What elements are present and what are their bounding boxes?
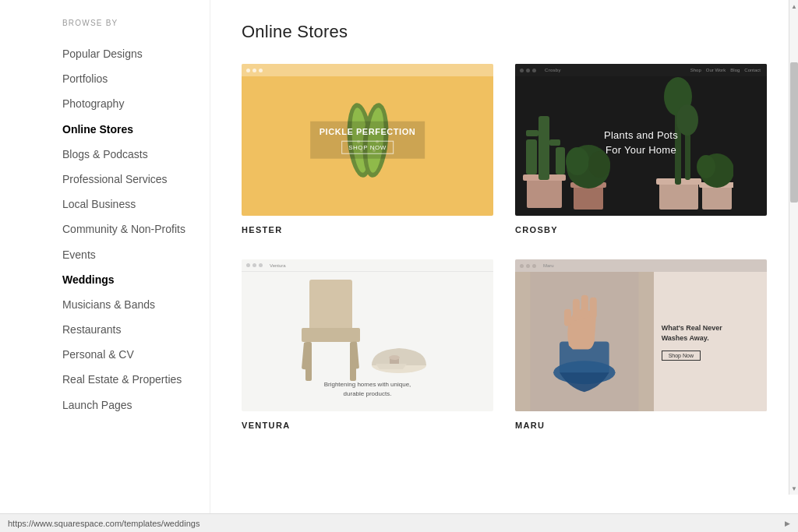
- sidebar: BROWSE BY Popular Designs Portfolios Pho…: [0, 0, 210, 513]
- page-title: Online Stores: [242, 22, 767, 42]
- sidebar-item-launch-pages[interactable]: Launch Pages: [62, 393, 210, 417]
- svg-rect-14: [526, 130, 538, 136]
- ventura-furniture-svg: [267, 272, 469, 385]
- browser-dot-1: [246, 263, 250, 267]
- browser-dot-3: [259, 263, 263, 267]
- svg-point-27: [676, 104, 698, 136]
- svg-rect-46: [590, 298, 597, 319]
- browser-dot-2: [526, 69, 530, 72]
- svg-rect-10: [527, 178, 562, 208]
- crosby-thumbnail[interactable]: Crosby Shop Our Work Blog Contact: [515, 64, 767, 216]
- status-url: https://www.squarespace.com/templates/we…: [8, 519, 200, 528]
- maru-thumbnail[interactable]: Maru: [515, 259, 767, 411]
- crosby-overlay-text: Plants and PotsFor Your Home: [604, 128, 678, 158]
- browser-dot-1: [520, 69, 524, 72]
- template-card-crosby[interactable]: Crosby Shop Our Work Blog Contact: [515, 64, 767, 234]
- browser-dot-2: [252, 69, 256, 72]
- ventura-thumbnail[interactable]: Ventura: [242, 259, 493, 411]
- sidebar-item-real-estate[interactable]: Real Estate & Properties: [62, 367, 210, 392]
- template-card-hester[interactable]: Pickle Perfection Shop Now HESTER: [242, 64, 493, 234]
- ventura-caption: Brightening homes with unique,durable pr…: [242, 380, 493, 399]
- maru-text-right: What's Real NeverWashes Away. Shop Now: [654, 272, 767, 411]
- maru-image-left: [515, 272, 654, 411]
- browser-dot-2: [252, 263, 256, 267]
- browser-dot-3: [532, 264, 536, 268]
- sidebar-item-musicians-bands[interactable]: Musicians & Bands: [62, 292, 210, 317]
- crosby-brand: Crosby: [545, 68, 561, 72]
- sidebar-item-portfolios[interactable]: Portfolios: [62, 66, 210, 91]
- template-card-maru[interactable]: Maru: [515, 259, 767, 430]
- maru-split-content: What's Real NeverWashes Away. Shop Now: [515, 272, 767, 411]
- svg-rect-15: [556, 147, 565, 174]
- browser-bar-maru: Maru: [515, 259, 767, 272]
- browser-dot-3: [532, 69, 536, 72]
- hester-thumbnail[interactable]: Pickle Perfection Shop Now: [242, 64, 493, 216]
- svg-point-20: [566, 147, 589, 175]
- svg-rect-45: [581, 295, 588, 319]
- crosby-nav: Shop Our Work Blog Contact: [690, 64, 767, 76]
- browse-by-label: BROWSE BY: [62, 19, 210, 27]
- main-content: Online Stores: [210, 0, 798, 513]
- svg-rect-13: [526, 139, 537, 174]
- sidebar-item-photography[interactable]: Photography: [62, 91, 210, 116]
- svg-rect-44: [573, 299, 580, 321]
- browser-dot-1: [246, 69, 250, 72]
- svg-rect-17: [574, 186, 603, 210]
- status-scroll-arrow[interactable]: ▶: [785, 520, 790, 527]
- sidebar-item-community-non-profits[interactable]: Community & Non-Profits: [62, 217, 210, 241]
- svg-rect-12: [538, 116, 549, 180]
- browser-bar: [242, 64, 493, 76]
- browser-dot-1: [520, 264, 524, 268]
- svg-rect-16: [549, 139, 560, 146]
- svg-point-31: [697, 155, 715, 178]
- maru-shop-btn: Shop Now: [662, 351, 701, 361]
- maru-tagline: What's Real NeverWashes Away.: [662, 323, 759, 344]
- status-bar: https://www.squarespace.com/templates/we…: [0, 513, 798, 532]
- template-card-ventura[interactable]: Ventura: [242, 259, 493, 430]
- hester-overlay-text: Pickle Perfection Shop Now: [310, 121, 425, 159]
- browser-bar-ventura: Ventura: [242, 259, 493, 272]
- ventura-name: VENTURA: [242, 421, 493, 430]
- scroll-arrow-up[interactable]: ▲: [789, 0, 798, 12]
- maru-name: MARU: [515, 421, 767, 430]
- browser-dot-3: [259, 69, 263, 72]
- maru-brand: Maru: [543, 263, 554, 268]
- svg-rect-33: [302, 328, 360, 342]
- browser-bar-crosby: Crosby Shop Our Work Blog Contact: [515, 64, 767, 76]
- sidebar-item-popular-designs[interactable]: Popular Designs: [62, 41, 210, 66]
- sidebar-item-events[interactable]: Events: [62, 242, 210, 267]
- svg-rect-22: [659, 182, 698, 210]
- sidebar-item-blogs-podcasts[interactable]: Blogs & Podcasts: [62, 142, 210, 167]
- scrollbar-thumb[interactable]: [790, 62, 798, 203]
- window-scrollbar[interactable]: ▲ ▼: [789, 0, 798, 495]
- svg-rect-47: [564, 309, 571, 326]
- scroll-arrow-down[interactable]: ▼: [789, 482, 798, 495]
- sidebar-item-restaurants[interactable]: Restaurants: [62, 317, 210, 342]
- sidebar-item-personal-cv[interactable]: Personal & CV: [62, 342, 210, 367]
- crosby-name: CROSBY: [515, 225, 767, 234]
- sidebar-item-online-stores[interactable]: Online Stores: [62, 117, 210, 142]
- sidebar-item-local-business[interactable]: Local Business: [62, 192, 210, 217]
- maru-hand-svg: [515, 272, 654, 411]
- templates-grid: Pickle Perfection Shop Now HESTER Crosby: [242, 64, 767, 430]
- svg-point-40: [389, 355, 400, 360]
- browser-dot-2: [526, 264, 530, 268]
- svg-rect-28: [702, 186, 732, 210]
- hester-name: HESTER: [242, 225, 493, 234]
- ventura-brand: Ventura: [270, 263, 286, 268]
- svg-rect-32: [309, 280, 352, 334]
- sidebar-item-professional-services[interactable]: Professional Services: [62, 167, 210, 192]
- sidebar-item-weddings[interactable]: Weddings: [62, 267, 210, 292]
